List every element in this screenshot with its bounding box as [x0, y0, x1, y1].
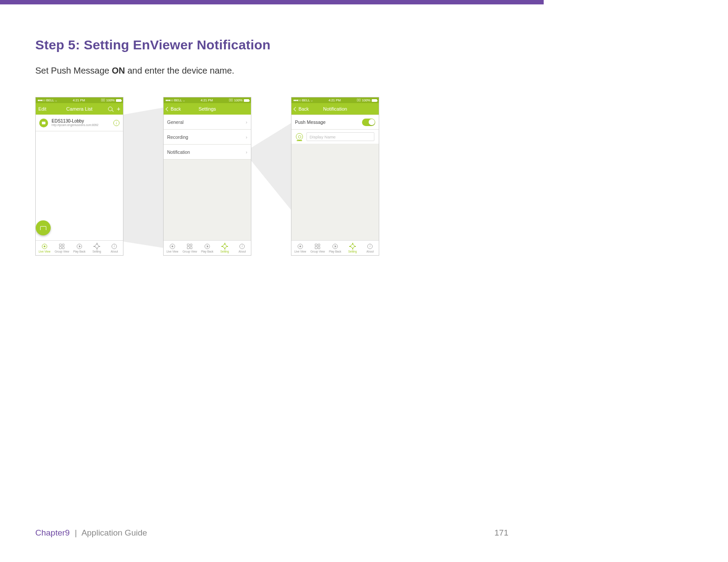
gear-icon — [350, 244, 355, 249]
tab-group-view[interactable]: Group View — [181, 241, 199, 255]
about-icon — [112, 244, 117, 249]
settings-row-recording[interactable]: Recording › — [164, 130, 251, 145]
settings-row-general[interactable]: General › — [164, 115, 251, 130]
battery-icon — [116, 99, 121, 102]
phone-settings: ●●●○○ BELL ⌵ 4:21 PM ⌧ 100% Back Setting… — [163, 97, 251, 256]
camera-name: EDS1130-Lobby — [52, 119, 110, 123]
signal-dots-icon: ●●●○○ — [165, 98, 173, 102]
tab-group-view[interactable]: Group View — [53, 241, 71, 255]
tabbar: Live View Group View Play Back Setting A… — [164, 240, 251, 255]
gear-icon — [222, 244, 228, 249]
chevron-right-icon: › — [246, 149, 247, 155]
phone-camera-list: ●●●○○ BELL ⌵ 4:21 PM ⌧ 100% Edit Camera … — [35, 97, 123, 256]
push-message-row: Push Message — [291, 115, 379, 130]
edit-button[interactable]: Edit — [38, 106, 46, 112]
tab-group-view[interactable]: Group View — [309, 241, 327, 255]
play-back-icon — [205, 244, 210, 249]
page-content: Step 5: Setting EnViewer Notification Se… — [0, 4, 544, 562]
info-icon[interactable]: i — [113, 120, 119, 126]
tab-play-back[interactable]: Play Back — [326, 241, 344, 255]
phones-row: ●●●○○ BELL ⌵ 4:21 PM ⌧ 100% Edit Camera … — [35, 97, 508, 256]
tabbar: Live View Group View Play Back Setting A… — [291, 240, 379, 255]
tab-setting[interactable]: Setting — [216, 241, 234, 255]
live-view-icon — [298, 244, 303, 249]
statusbar: ●●●○○ BELL ⌵ 4:21 PM ⌧ 100% — [36, 97, 123, 103]
status-time: 4:21 PM — [201, 98, 213, 102]
footer-sep: | — [75, 528, 77, 537]
page-number: 171 — [494, 528, 508, 538]
battery-percent: 100% — [362, 98, 370, 102]
add-icon[interactable]: + — [117, 107, 120, 111]
page-footer: Chapter9 | Application Guide 171 — [35, 528, 508, 538]
bluetooth-icon: ⌧ — [357, 98, 361, 102]
tab-about[interactable]: About — [105, 241, 123, 255]
battery-icon — [244, 99, 249, 102]
statusbar: ●●●○○ BELL ⌵ 4:21 PM ⌧ 100% — [291, 97, 379, 103]
group-view-icon — [59, 244, 64, 249]
group-view-icon — [315, 244, 320, 249]
status-time: 4:21 PM — [329, 98, 341, 102]
battery-icon — [372, 99, 377, 102]
footer-chapter: Chapter9 — [35, 528, 70, 537]
signal-dots-icon: ●●●○○ — [293, 98, 301, 102]
tabbar: Live View Group View Play Back Setting A… — [36, 240, 123, 255]
desc-pre: Set Push Message — [35, 66, 112, 75]
settings-content: General › Recording › Notification › — [164, 115, 251, 240]
battery-percent: 100% — [234, 98, 243, 102]
group-view-icon — [187, 244, 192, 249]
about-icon — [239, 244, 245, 249]
push-message-toggle[interactable] — [362, 119, 375, 126]
bluetooth-icon: ⌧ — [101, 98, 105, 102]
tab-play-back[interactable]: Play Back — [198, 241, 216, 255]
back-button[interactable]: Back — [166, 106, 181, 112]
push-message-label: Push Message — [295, 119, 325, 125]
step-heading: Step 5: Setting EnViewer Notification — [35, 37, 508, 52]
wifi-icon: ⌵ — [55, 99, 57, 102]
tab-live-view[interactable]: Live View — [291, 241, 309, 255]
chevron-right-icon: › — [246, 134, 247, 140]
camera-row[interactable]: EDS1130-Lobby http://ipcam.engeniusddns.… — [36, 115, 123, 131]
tab-live-view[interactable]: Live View — [36, 241, 53, 255]
footer-section: Application Guide — [82, 528, 147, 537]
navbar-notification: Back Notification — [291, 103, 379, 115]
camera-badge-icon — [296, 133, 303, 140]
display-name-row: Display Name — [291, 130, 379, 144]
signal-dots-icon: ●●●○○ — [37, 98, 45, 102]
play-back-icon — [77, 244, 82, 249]
camera-list-content: EDS1130-Lobby http://ipcam.engeniusddns.… — [36, 115, 123, 240]
wifi-icon: ⌵ — [311, 99, 313, 102]
bluetooth-icon: ⌧ — [229, 98, 233, 102]
notification-content: Push Message Display Name — [291, 115, 379, 240]
camera-url: http://ipcam.engeniusddns.com:8092 — [52, 124, 110, 127]
scan-fab-button[interactable] — [36, 220, 51, 235]
tab-setting[interactable]: Setting — [88, 241, 106, 255]
tab-about[interactable]: About — [233, 241, 251, 255]
phone-notification: ●●●○○ BELL ⌵ 4:21 PM ⌧ 100% Back Notific… — [291, 97, 379, 256]
back-button[interactable]: Back — [294, 106, 309, 112]
footer-breadcrumb: Chapter9 | Application Guide — [35, 528, 147, 538]
chevron-left-icon — [294, 107, 298, 111]
desc-post: and enter the device name. — [125, 66, 234, 75]
play-back-icon — [332, 244, 338, 249]
settings-row-notification[interactable]: Notification › — [164, 145, 251, 160]
carrier-label: BELL — [302, 98, 310, 102]
gear-icon — [94, 244, 100, 249]
carrier-label: BELL — [174, 98, 182, 102]
search-icon[interactable] — [108, 107, 112, 111]
live-view-icon — [42, 244, 47, 249]
navbar-settings: Back Settings — [164, 103, 251, 115]
tab-about[interactable]: About — [361, 241, 379, 255]
tab-live-view[interactable]: Live View — [164, 241, 181, 255]
display-name-input[interactable]: Display Name — [306, 132, 374, 141]
camera-thumb-icon — [39, 119, 48, 127]
navbar-camera-list: Edit Camera List + — [36, 103, 123, 115]
step-description: Set Push Message ON and enter the device… — [35, 66, 508, 76]
tab-play-back[interactable]: Play Back — [71, 241, 88, 255]
tab-setting[interactable]: Setting — [344, 241, 362, 255]
status-time: 4:21 PM — [73, 98, 85, 102]
statusbar: ●●●○○ BELL ⌵ 4:21 PM ⌧ 100% — [164, 97, 251, 103]
desc-bold: ON — [112, 66, 125, 75]
chevron-left-icon — [166, 107, 170, 111]
about-icon — [367, 244, 373, 249]
wifi-icon: ⌵ — [183, 99, 185, 102]
